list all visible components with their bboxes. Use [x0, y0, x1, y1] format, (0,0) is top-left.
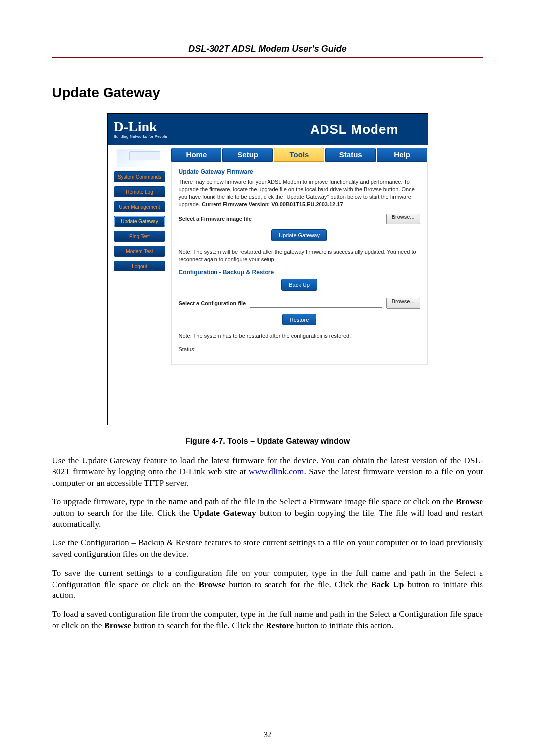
device-image [117, 149, 162, 167]
backup-button[interactable]: Back Up [281, 279, 317, 291]
config-file-label: Select a Configuration file [179, 300, 246, 306]
dlink-link[interactable]: www.dlink.com [249, 466, 304, 476]
tab-tools[interactable]: Tools [274, 148, 324, 162]
sidebar-item-modem-test[interactable]: Modem Test [114, 246, 165, 257]
para-5: To load a saved configuration file from … [52, 608, 483, 631]
sidebar-item-system-commands[interactable]: System Commands [114, 171, 165, 182]
sidebar-item-remote-log[interactable]: Remote Log [114, 186, 165, 197]
config-heading: Configuration - Backup & Restore [179, 269, 420, 276]
tab-setup[interactable]: Setup [222, 148, 273, 162]
status-label: Status: [179, 346, 420, 353]
tab-status[interactable]: Status [325, 148, 376, 162]
firmware-heading: Update Gateway Firmware [179, 168, 420, 175]
footer-rule [52, 727, 483, 727]
sidebar-item-user-management[interactable]: User Management [114, 201, 165, 212]
para-3: Use the Configuration – Backup & Restore… [52, 537, 483, 559]
config-file-input[interactable] [250, 299, 382, 308]
firmware-description: There may be new firmware for your ADSL … [179, 178, 420, 208]
update-gateway-button[interactable]: Update Gateway [271, 229, 327, 241]
firmware-file-label: Select a Firmware image file [179, 216, 252, 222]
firmware-file-input[interactable] [256, 215, 382, 223]
config-note: Note: The system has to be restarted aft… [179, 332, 420, 340]
sidebar-item-logout[interactable]: Logout [114, 261, 165, 271]
restore-button[interactable]: Restore [282, 314, 317, 325]
firmware-note: Note: The system will be restarted after… [179, 248, 420, 263]
brand-bar: D-Link Building Networks for People ADSL… [108, 114, 428, 145]
para-2: To upgrade firmware, type in the name an… [52, 496, 483, 529]
sidebar-item-update-gateway[interactable]: Update Gateway [114, 216, 165, 227]
firmware-browse-button[interactable]: Browse... [386, 214, 420, 224]
para-1: Use the Update Gateway feature to load t… [52, 455, 483, 488]
product-title: ADSL Modem [310, 122, 419, 137]
main-panel: Home Setup Tools Status Help Update Gate… [171, 145, 428, 425]
body-text: Use the Update Gateway feature to load t… [52, 455, 483, 631]
router-admin-screenshot: D-Link Building Networks for People ADSL… [107, 113, 428, 425]
sidebar-item-ping-test[interactable]: Ping Test [114, 231, 165, 242]
tab-home[interactable]: Home [171, 148, 222, 162]
config-browse-button[interactable]: Browse... [386, 298, 420, 309]
logo-tagline: Building Networks for People [114, 135, 167, 139]
page-number: 32 [0, 730, 535, 739]
logo-text: D-Link [114, 120, 167, 134]
running-header: DSL-302T ADSL Modem User's Guide [52, 44, 483, 58]
tab-help[interactable]: Help [377, 148, 428, 162]
sidebar: System Commands Remote Log User Manageme… [108, 145, 171, 425]
top-tabs: Home Setup Tools Status Help [171, 148, 428, 162]
section-title: Update Gateway [52, 85, 483, 101]
para-4: To save the current settings to a config… [52, 567, 483, 600]
figure-caption: Figure 4-7. Tools – Update Gateway windo… [52, 437, 483, 446]
brand-logo: D-Link Building Networks for People [114, 120, 167, 139]
